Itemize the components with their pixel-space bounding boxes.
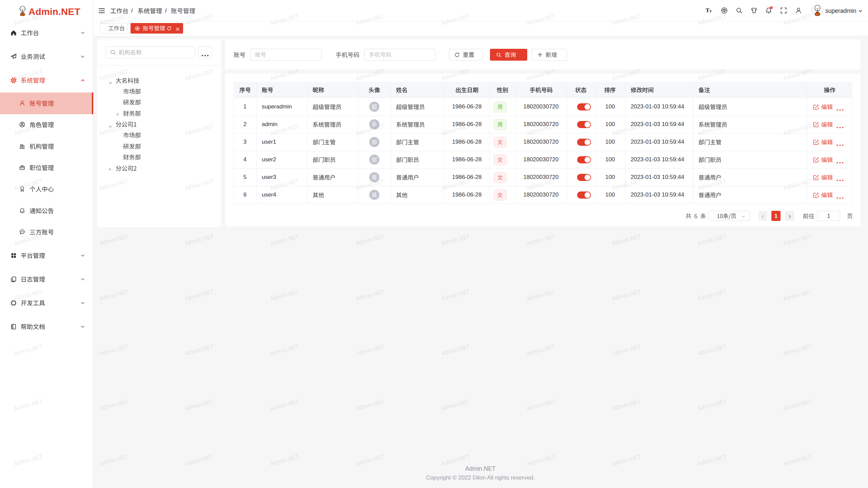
svg-text:T: T [709, 9, 712, 13]
